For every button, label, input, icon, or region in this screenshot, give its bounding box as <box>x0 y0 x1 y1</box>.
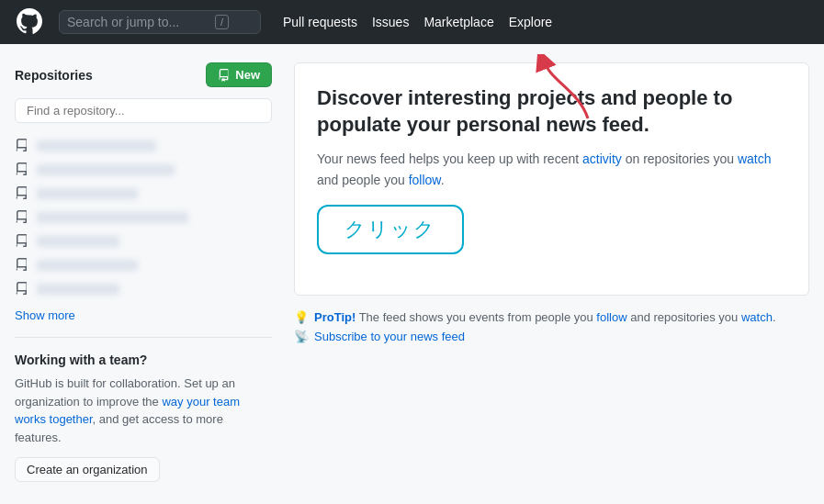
search-box[interactable]: / <box>59 10 261 34</box>
protip-follow-link[interactable]: follow <box>596 310 626 324</box>
repo-icon-new <box>218 69 231 82</box>
way-link[interactable]: way your team works together <box>15 395 240 427</box>
discover-title: Discover interesting projects and people… <box>317 85 786 138</box>
divider <box>15 337 272 338</box>
new-button-label: New <box>235 68 260 82</box>
protip-section: 💡 ProTip! The feed shows you events from… <box>294 310 809 343</box>
discover-card: Discover interesting projects and people… <box>294 62 809 296</box>
list-item[interactable] <box>15 253 272 277</box>
github-logo[interactable] <box>15 6 44 39</box>
create-org-button[interactable]: Create an organization <box>15 457 160 482</box>
nav-pull-requests[interactable]: Pull requests <box>283 15 357 29</box>
list-item[interactable] <box>15 206 272 230</box>
working-team-desc: GitHub is built for collaboration. Set u… <box>15 375 272 446</box>
protip-text: ProTip! The feed shows you events from p… <box>314 310 776 324</box>
new-repo-button[interactable]: New <box>206 62 272 87</box>
nav-links: Pull requests Issues Marketplace Explore <box>283 15 552 29</box>
click-overlay[interactable]: クリック <box>317 205 464 254</box>
repo-icon <box>15 186 29 201</box>
find-repo-input[interactable] <box>15 98 272 123</box>
nav-issues[interactable]: Issues <box>372 15 409 29</box>
page-layout: Repositories New <box>0 44 824 500</box>
watch-link[interactable]: watch <box>738 151 772 166</box>
sidebar-title: Repositories <box>15 68 93 83</box>
working-team-title: Working with a team? <box>15 353 272 367</box>
list-item[interactable] <box>15 230 272 253</box>
working-team-section: Working with a team? GitHub is built for… <box>15 353 272 482</box>
search-input[interactable] <box>67 15 209 29</box>
lightbulb-icon: 💡 <box>294 310 309 324</box>
list-item[interactable] <box>15 134 272 158</box>
protip-line: 💡 ProTip! The feed shows you events from… <box>294 310 809 324</box>
protip-watch-link[interactable]: watch <box>741 310 773 324</box>
show-more-link[interactable]: Show more <box>15 308 272 322</box>
nav-marketplace[interactable]: Marketplace <box>423 15 493 29</box>
list-item[interactable] <box>15 277 272 301</box>
repo-name-blur <box>37 236 119 247</box>
main-content: Discover interesting projects and people… <box>294 62 809 482</box>
subscribe-line: 📡 Subscribe to your news feed <box>294 330 809 343</box>
repo-icon <box>15 139 29 153</box>
subscribe-link[interactable]: Subscribe to your news feed <box>314 330 465 343</box>
repo-icon <box>15 162 29 177</box>
navbar: / Pull requests Issues Marketplace Explo… <box>0 0 824 44</box>
sidebar-header: Repositories New <box>15 62 272 87</box>
discover-desc: Your news feed helps you keep up with re… <box>317 149 786 190</box>
sidebar: Repositories New <box>15 62 272 482</box>
protip-label: ProTip! <box>314 310 356 324</box>
list-item[interactable] <box>15 158 272 182</box>
click-overlay-container: クリック <box>317 205 786 262</box>
repo-name-blur <box>37 188 138 199</box>
keyboard-shortcut: / <box>215 15 229 29</box>
repo-name-blur <box>37 164 175 175</box>
activity-link[interactable]: activity <box>582 151 622 166</box>
repo-name-blur <box>37 284 119 295</box>
repo-icon <box>15 258 29 273</box>
repo-icon <box>15 282 29 297</box>
repo-icon <box>15 234 29 249</box>
repo-name-blur <box>37 212 188 223</box>
repo-name-blur <box>37 260 138 271</box>
follow-link[interactable]: follow <box>409 173 441 187</box>
list-item[interactable] <box>15 182 272 206</box>
rss-icon: 📡 <box>294 330 309 343</box>
repo-name-blur <box>37 140 156 151</box>
repo-icon <box>15 210 29 225</box>
repo-list <box>15 134 272 301</box>
nav-explore[interactable]: Explore <box>509 15 552 29</box>
